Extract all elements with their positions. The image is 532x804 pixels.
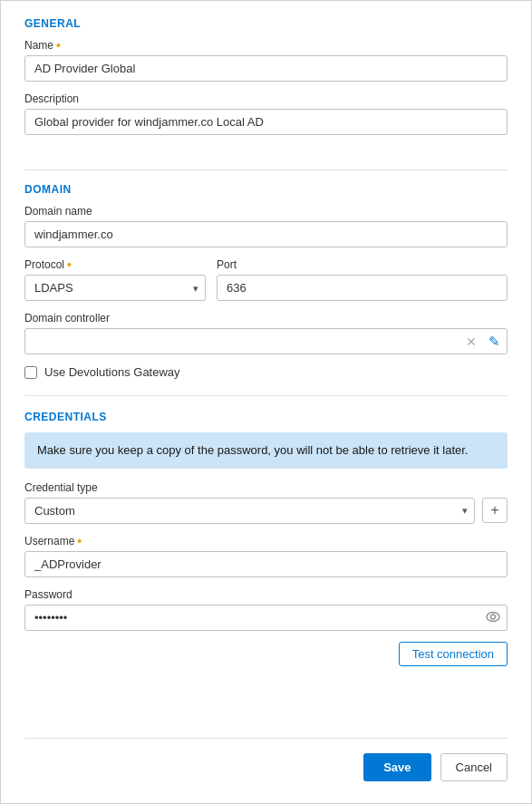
protocol-label: Protocol• xyxy=(24,258,206,271)
test-connection-button[interactable]: Test connection xyxy=(399,642,508,666)
description-input[interactable] xyxy=(24,109,508,135)
domain-controller-input[interactable] xyxy=(24,328,508,354)
domain-name-label: Domain name xyxy=(24,205,508,218)
svg-point-0 xyxy=(487,613,499,622)
save-button[interactable]: Save xyxy=(363,753,430,781)
domain-controller-clear-icon[interactable]: ✕ xyxy=(466,334,477,349)
password-field-group: Password xyxy=(24,588,508,631)
credentials-section-title: CREDENTIALS xyxy=(24,411,508,423)
protocol-required-indicator: • xyxy=(67,258,72,271)
use-gateway-row: Use Devolutions Gateway xyxy=(24,365,508,379)
credential-type-label: Credential type xyxy=(24,481,508,494)
port-field-group: Port xyxy=(217,258,508,301)
password-wrapper xyxy=(24,605,508,631)
port-label: Port xyxy=(217,258,508,271)
svg-point-1 xyxy=(491,615,496,619)
domain-controller-edit-icon[interactable]: ✎ xyxy=(488,334,500,350)
domain-credentials-divider xyxy=(24,395,508,396)
name-required-indicator: • xyxy=(56,39,61,52)
cancel-button[interactable]: Cancel xyxy=(440,753,508,781)
domain-controller-label: Domain controller xyxy=(24,312,508,325)
password-label: Password xyxy=(24,588,508,601)
username-required-indicator: • xyxy=(77,535,82,547)
credential-type-select-wrapper: Custom Linked Credential My Personal Cre… xyxy=(24,498,475,524)
info-banner: Make sure you keep a copy of the passwor… xyxy=(24,432,508,469)
use-gateway-label: Use Devolutions Gateway xyxy=(44,365,180,379)
password-eye-icon[interactable] xyxy=(486,610,500,625)
credential-type-field-group: Credential type Custom Linked Credential… xyxy=(24,481,508,524)
protocol-select[interactable]: LDAP LDAPS xyxy=(24,275,206,301)
footer-actions: Save Cancel xyxy=(24,738,508,781)
section-domain: DOMAIN Domain name Protocol• LDAP LDAPS … xyxy=(24,183,508,383)
name-field-group: Name• xyxy=(24,39,508,82)
section-credentials: CREDENTIALS Make sure you keep a copy of… xyxy=(24,411,508,675)
name-label: Name• xyxy=(24,39,508,52)
protocol-field-group: Protocol• LDAP LDAPS ▾ xyxy=(24,258,206,301)
protocol-select-wrapper: LDAP LDAPS ▾ xyxy=(24,275,206,301)
description-label: Description xyxy=(24,92,508,105)
general-section-title: GENERAL xyxy=(24,17,508,30)
use-gateway-checkbox[interactable] xyxy=(24,366,37,379)
dialog-container: GENERAL Name• Description DOMAIN Domain … xyxy=(0,0,532,804)
username-field-group: Username• xyxy=(24,535,508,577)
protocol-port-row: Protocol• LDAP LDAPS ▾ Port xyxy=(24,258,508,301)
credential-type-row: Custom Linked Credential My Personal Cre… xyxy=(24,498,508,524)
credential-type-select[interactable]: Custom Linked Credential My Personal Cre… xyxy=(24,498,475,524)
domain-controller-wrapper: ✕ ✎ xyxy=(24,328,508,354)
domain-section-title: DOMAIN xyxy=(24,183,508,196)
general-domain-divider xyxy=(24,170,508,170)
add-credential-button[interactable]: + xyxy=(482,498,508,523)
section-general: GENERAL Name• Description xyxy=(24,17,508,146)
password-input[interactable] xyxy=(24,605,508,631)
name-input[interactable] xyxy=(24,55,508,82)
domain-name-field-group: Domain name xyxy=(24,205,508,247)
domain-controller-field-group: Domain controller ✕ ✎ xyxy=(24,312,508,354)
domain-name-input[interactable] xyxy=(24,221,508,247)
username-label: Username• xyxy=(24,535,508,547)
test-connection-row: Test connection xyxy=(24,642,508,666)
port-input[interactable] xyxy=(217,275,508,301)
description-field-group: Description xyxy=(24,92,508,135)
username-input[interactable] xyxy=(24,551,508,577)
